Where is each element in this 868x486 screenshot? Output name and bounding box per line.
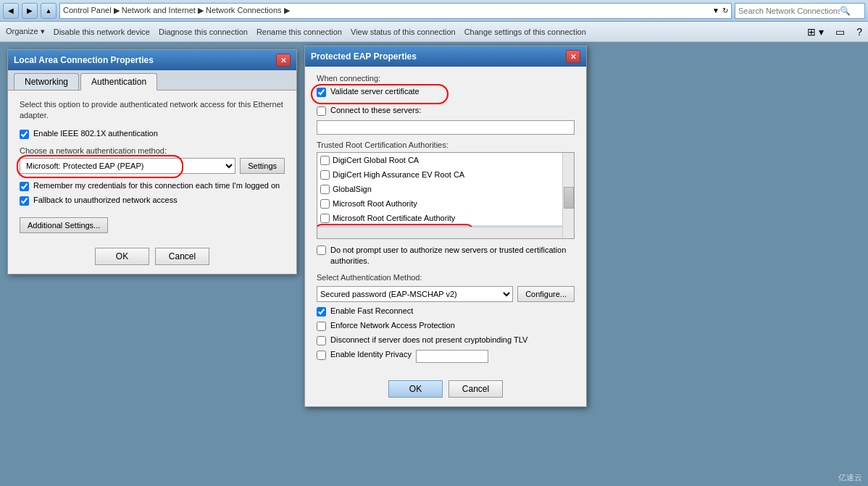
eap-close-button[interactable]: ✕ <box>566 50 580 63</box>
servers-input[interactable] <box>317 120 575 135</box>
method-dropdown-row: Microsoft: Protected EAP (PEAP) Settings <box>20 158 285 174</box>
identity-privacy-input[interactable] <box>416 350 488 363</box>
disconnect-crypto-checkbox[interactable] <box>317 336 326 345</box>
organize-button[interactable]: Organize ▾ <box>6 27 45 36</box>
tab-networking[interactable]: Networking <box>14 73 79 90</box>
lac-dialog-footer: OK Cancel <box>8 242 296 274</box>
fallback-label: Fallback to unauthorized network access <box>33 196 178 204</box>
help-button[interactable]: ? <box>856 26 862 38</box>
scrollbar-thumb <box>564 187 574 209</box>
remember-credentials-row: Remember my credentials for this connect… <box>20 181 285 191</box>
enforce-nap-label: Enforce Network Access Protection <box>330 321 455 330</box>
enforce-nap-checkbox[interactable] <box>317 322 326 331</box>
view-status-button[interactable]: View status of this connection <box>351 28 456 36</box>
no-prompt-row: Do not prompt user to authorize new serv… <box>317 245 575 267</box>
cert-item-globalsign[interactable]: GlobalSign <box>317 182 562 196</box>
h-scrollbar[interactable] <box>317 227 562 238</box>
up-button[interactable]: ▲ <box>41 3 57 19</box>
connect-servers-row: Connect to these servers: <box>317 106 575 116</box>
validate-cert-checkbox[interactable] <box>317 88 326 97</box>
eap-dialog-title: Protected EAP Properties <box>311 51 566 62</box>
lac-ok-button[interactable]: OK <box>95 248 149 265</box>
eap-dialog: Protected EAP Properties ✕ When connecti… <box>304 46 587 407</box>
connect-servers-label: Connect to these servers: <box>330 106 421 114</box>
cert-scrollbar[interactable] <box>562 153 574 238</box>
eap-dialog-titlebar: Protected EAP Properties ✕ <box>305 46 586 67</box>
rename-button[interactable]: Rename this connection <box>256 28 342 36</box>
view-icons-button[interactable]: ⊞ ▾ <box>807 26 824 38</box>
diagnose-button[interactable]: Diagnose this connection <box>159 28 248 36</box>
lac-dialog-title: Local Area Connection Properties <box>14 55 276 65</box>
lac-close-button[interactable]: ✕ <box>276 54 291 67</box>
lac-dialog: Local Area Connection Properties ✕ Netwo… <box>7 49 297 275</box>
lac-dialog-content: Select this option to provide authentica… <box>8 91 296 242</box>
eap-cancel-button[interactable]: Cancel <box>448 380 503 398</box>
auth-method-label: Select Authentication Method: <box>317 273 575 282</box>
cert-item-digicert-global[interactable]: DigiCert Global Root CA <box>317 153 562 167</box>
lac-desc: Select this option to provide authentica… <box>20 99 285 122</box>
cert-item-ms-root-cert[interactable]: Microsoft Root Certificate Authority <box>317 211 562 225</box>
auth-method-row: Secured password (EAP-MSCHAP v2) Configu… <box>317 286 575 302</box>
eap-footer: OK Cancel <box>305 374 586 406</box>
enable-ieee-label: Enable IEEE 802.1X authentication <box>33 129 158 138</box>
fallback-row: Fallback to unauthorized network access <box>20 196 285 206</box>
toolbar: Organize ▾ Disable this network device D… <box>0 22 868 42</box>
additional-settings-button[interactable]: Additional Settings... <box>20 217 108 233</box>
no-prompt-label: Do not prompt user to authorize new serv… <box>330 245 575 267</box>
change-settings-button[interactable]: Change settings of this connection <box>464 28 586 36</box>
search-input[interactable] <box>738 7 840 15</box>
no-prompt-checkbox[interactable] <box>317 246 326 255</box>
cert-list: DigiCert Global Root CA DigiCert High As… <box>317 152 575 239</box>
choose-method-label: Choose a network authentication method: <box>20 146 285 155</box>
lac-dialog-titlebar: Local Area Connection Properties ✕ <box>8 50 296 70</box>
identity-privacy-row: Enable Identity Privacy <box>317 350 575 363</box>
titlebar: ◀ ▶ ▲ Control Panel ▶ Network and Intern… <box>0 0 868 22</box>
lac-cancel-button[interactable]: Cancel <box>155 248 209 265</box>
address-dropdown-icon[interactable]: ▼ <box>712 7 719 14</box>
watermark: 亿速云 <box>838 472 862 483</box>
fallback-checkbox[interactable] <box>20 196 29 206</box>
remember-credentials-checkbox[interactable] <box>20 182 29 191</box>
main-area: Local Area Connection Properties ✕ Netwo… <box>0 42 868 486</box>
eap-content: When connecting: Validate server certifi… <box>305 67 586 374</box>
refresh-icon[interactable]: ↻ <box>722 7 728 14</box>
disable-button[interactable]: Disable this network device <box>54 28 150 36</box>
auth-method-dropdown[interactable]: Secured password (EAP-MSCHAP v2) <box>317 286 513 302</box>
enable-ieee-row: Enable IEEE 802.1X authentication <box>20 129 285 139</box>
enable-ieee-checkbox[interactable] <box>20 130 29 139</box>
search-icon[interactable]: 🔍 <box>840 6 851 16</box>
validate-cert-label: Validate server certificate <box>330 87 420 96</box>
trusted-ca-label: Trusted Root Certification Authorities: <box>317 141 575 149</box>
cert-item-ms-root[interactable]: Microsoft Root Authority <box>317 196 562 211</box>
enforce-nap-row: Enforce Network Access Protection <box>317 321 575 331</box>
fast-reconnect-checkbox[interactable] <box>317 307 326 317</box>
address-bar[interactable]: Control Panel ▶ Network and Internet ▶ N… <box>59 3 732 19</box>
configure-button[interactable]: Configure... <box>517 286 575 302</box>
tab-authentication[interactable]: Authentication <box>80 73 157 91</box>
nav-buttons: ◀ ▶ ▲ <box>3 3 57 19</box>
connect-servers-checkbox[interactable] <box>317 106 326 116</box>
search-bar: 🔍 <box>735 3 865 19</box>
back-button[interactable]: ◀ <box>3 3 19 19</box>
when-connecting-label: When connecting: <box>317 74 575 83</box>
identity-privacy-label: Enable Identity Privacy <box>330 350 412 359</box>
lac-tabs: Networking Authentication <box>8 70 296 91</box>
validate-cert-row: Validate server certificate <box>317 87 420 97</box>
cert-item-digicert-ev[interactable]: DigiCert High Assurance EV Root CA <box>317 167 562 182</box>
fast-reconnect-row: Enable Fast Reconnect <box>317 306 575 317</box>
disconnect-crypto-label: Disconnect if server does not present cr… <box>330 335 527 344</box>
identity-privacy-checkbox[interactable] <box>317 351 326 360</box>
fast-reconnect-label: Enable Fast Reconnect <box>330 306 413 315</box>
eap-ok-button[interactable]: OK <box>388 380 443 398</box>
disconnect-crypto-row: Disconnect if server does not present cr… <box>317 335 575 345</box>
details-panel-button[interactable]: ▭ <box>835 26 845 38</box>
settings-button[interactable]: Settings <box>240 158 285 174</box>
method-dropdown[interactable]: Microsoft: Protected EAP (PEAP) <box>20 158 235 174</box>
address-text: Control Panel ▶ Network and Internet ▶ N… <box>63 6 712 15</box>
forward-button[interactable]: ▶ <box>22 3 38 19</box>
remember-credentials-label: Remember my credentials for this connect… <box>33 181 280 190</box>
